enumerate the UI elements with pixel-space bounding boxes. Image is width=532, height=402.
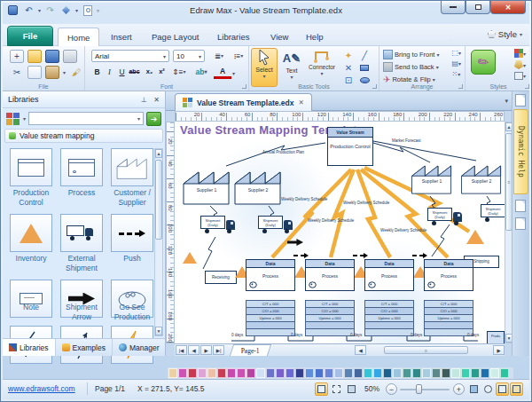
process-node[interactable]: Data Process C/T = 000 C/O = 000 Uptime … bbox=[305, 259, 355, 336]
shape-external-shipment[interactable] bbox=[60, 214, 103, 252]
select-tool-button[interactable]: Select ▾ bbox=[251, 48, 278, 87]
palette-swatch[interactable] bbox=[334, 368, 343, 378]
bold-button[interactable]: B bbox=[91, 66, 103, 77]
supplier-node[interactable]: Supplier 2 bbox=[460, 161, 503, 194]
palette-swatch[interactable] bbox=[198, 368, 207, 378]
font-name-combo[interactable]: Arial▾ bbox=[91, 50, 169, 62]
tab-home[interactable]: Home bbox=[58, 28, 99, 46]
document-close-icon[interactable]: ✕ bbox=[298, 99, 303, 106]
palette-swatch[interactable] bbox=[344, 368, 353, 378]
palette-swatch[interactable] bbox=[227, 368, 236, 378]
title-bar[interactable]: ↶ ▾ ↷ ▾ ▿ Edraw Max - Value Stream Templ… bbox=[1, 1, 531, 24]
zoom-in-button[interactable]: + bbox=[453, 383, 465, 395]
push-arrow[interactable] bbox=[353, 255, 364, 256]
palette-swatch[interactable] bbox=[217, 368, 226, 378]
tab-page-layout[interactable]: Page Layout bbox=[143, 28, 207, 46]
bullets-button[interactable]: ⁝≡▾ bbox=[230, 50, 247, 61]
palette-swatch[interactable] bbox=[237, 368, 246, 378]
process-node[interactable]: Data Process C/T = 000 C/O = 000 Uptime … bbox=[246, 259, 295, 336]
dynamic-help-tab[interactable]: Dynamic Help bbox=[513, 109, 528, 194]
hscroll-right-icon[interactable]: ▶ bbox=[493, 345, 505, 355]
task-pane-icon[interactable] bbox=[515, 94, 526, 106]
palette-swatch[interactable] bbox=[168, 368, 177, 378]
palette-swatch[interactable] bbox=[325, 368, 333, 378]
palette-swatch[interactable] bbox=[266, 368, 275, 378]
edrawsoft-link[interactable]: www.edrawsoft.com bbox=[8, 384, 75, 393]
fill-style-button[interactable]: ▾ bbox=[514, 60, 526, 69]
supplier-node[interactable]: Supplier 2 bbox=[234, 166, 282, 205]
library-go-button[interactable]: ➔ bbox=[146, 112, 161, 126]
palette-swatch[interactable] bbox=[188, 368, 197, 378]
paste-icon[interactable] bbox=[45, 66, 59, 79]
palette-swatch[interactable] bbox=[461, 368, 470, 378]
palette-swatch[interactable] bbox=[246, 368, 255, 378]
zoom-out-button[interactable]: − bbox=[386, 383, 397, 395]
tab-examples-panel[interactable]: Examples bbox=[56, 339, 113, 356]
font-color-caret-icon[interactable]: ▾ bbox=[232, 70, 235, 76]
shipment-truck-node[interactable]: Shipment (Daily) bbox=[200, 216, 239, 235]
new-document-icon[interactable]: + bbox=[10, 50, 24, 63]
restore-button[interactable] bbox=[466, 1, 490, 14]
process-node[interactable]: Data Process C/T = 000 C/O = 000 Uptime … bbox=[364, 259, 414, 336]
prev-page-button[interactable]: ◀ bbox=[188, 345, 200, 355]
shipment-truck-node[interactable]: Shipment (Daily) bbox=[481, 204, 505, 224]
panel-close-icon[interactable]: ✕ bbox=[153, 96, 160, 104]
page-width-button[interactable] bbox=[510, 382, 523, 396]
whole-page-button[interactable] bbox=[496, 382, 509, 396]
palette-swatch[interactable] bbox=[286, 368, 294, 378]
theme-colors-button[interactable]: ▾ bbox=[514, 49, 526, 58]
smart-shape-icon[interactable]: ✦ bbox=[341, 49, 356, 62]
basic-tools-dialog-launcher[interactable] bbox=[372, 84, 377, 89]
styles-dialog-launcher[interactable] bbox=[525, 84, 529, 89]
shape-push[interactable] bbox=[111, 214, 153, 252]
tab-manager-panel[interactable]: Manager bbox=[113, 339, 167, 356]
italic-button[interactable]: I bbox=[104, 66, 115, 77]
last-page-button[interactable]: ▶| bbox=[213, 345, 224, 355]
palette-swatch[interactable] bbox=[471, 368, 480, 378]
shape-customer-supplier[interactable] bbox=[111, 148, 153, 186]
group-button[interactable]: ⬚▾ bbox=[451, 49, 461, 57]
distribute-button[interactable]: ⁙▾ bbox=[451, 70, 461, 78]
palette-swatch[interactable] bbox=[315, 368, 324, 378]
supplier-node[interactable]: Supplier 1 bbox=[411, 161, 453, 194]
scroll-up-icon[interactable]: ▲ bbox=[155, 149, 162, 158]
shape-note[interactable] bbox=[10, 280, 52, 318]
process-node[interactable]: Data Process C/T = 000 C/O = 000 Uptime … bbox=[424, 259, 473, 336]
shipment-truck-node[interactable]: Shipment (Daily) bbox=[258, 216, 297, 235]
fit-to-window-button[interactable] bbox=[467, 382, 481, 396]
library-list-icon[interactable] bbox=[6, 113, 20, 125]
tab-insert[interactable]: Insert bbox=[102, 28, 141, 46]
next-page-button[interactable]: ▶ bbox=[200, 345, 212, 355]
palette-swatch[interactable] bbox=[500, 368, 509, 378]
highlight-button[interactable]: ab▾ bbox=[192, 66, 210, 77]
print-icon[interactable] bbox=[63, 50, 77, 63]
bring-to-front-button[interactable]: Bring to Front ▾ bbox=[383, 49, 439, 60]
font-dialog-launcher[interactable] bbox=[242, 84, 246, 89]
hscroll-left-icon[interactable]: ◀ bbox=[355, 345, 366, 355]
line-spacing-button[interactable]: ⇕≡▾ bbox=[171, 66, 187, 77]
pin-icon[interactable]: ⊥ bbox=[141, 96, 147, 104]
shape-production-control[interactable] bbox=[10, 148, 52, 186]
page-tab[interactable]: Page-1 bbox=[230, 344, 271, 356]
text-tool-button[interactable]: A✎ Text ▾ bbox=[281, 48, 302, 87]
document-tab[interactable]: Value Stream Template.edx ✕ bbox=[175, 93, 312, 111]
underline-button[interactable]: U bbox=[116, 66, 128, 77]
print-preview-view-button[interactable] bbox=[345, 382, 358, 396]
palette-swatch[interactable] bbox=[305, 368, 314, 378]
palette-swatch[interactable] bbox=[207, 368, 216, 378]
subscript-button[interactable]: x₂ bbox=[144, 66, 155, 77]
line-tool-icon[interactable]: ╱ bbox=[357, 49, 372, 62]
rectangle-tool-icon[interactable] bbox=[357, 61, 372, 75]
paste-caret-icon[interactable]: ▾ bbox=[63, 69, 66, 75]
palette-swatch[interactable] bbox=[403, 368, 411, 378]
scroll-down-icon[interactable]: ▼ bbox=[155, 327, 162, 335]
palette-swatch[interactable] bbox=[373, 368, 382, 378]
supplier-node[interactable]: Supplier 1 bbox=[183, 166, 231, 205]
shipment-truck-node[interactable]: Shipment (Daily) bbox=[427, 208, 466, 227]
align-shapes-button[interactable]: ▤▾ bbox=[451, 59, 461, 67]
send-to-back-button[interactable]: Send to Back ▾ bbox=[383, 61, 439, 73]
zoom-area-button[interactable] bbox=[481, 382, 495, 396]
font-size-combo[interactable]: 10▾ bbox=[173, 50, 205, 62]
superscript-button[interactable]: x² bbox=[156, 66, 168, 77]
tabbar-menu-icon[interactable]: ▾ bbox=[505, 98, 508, 105]
